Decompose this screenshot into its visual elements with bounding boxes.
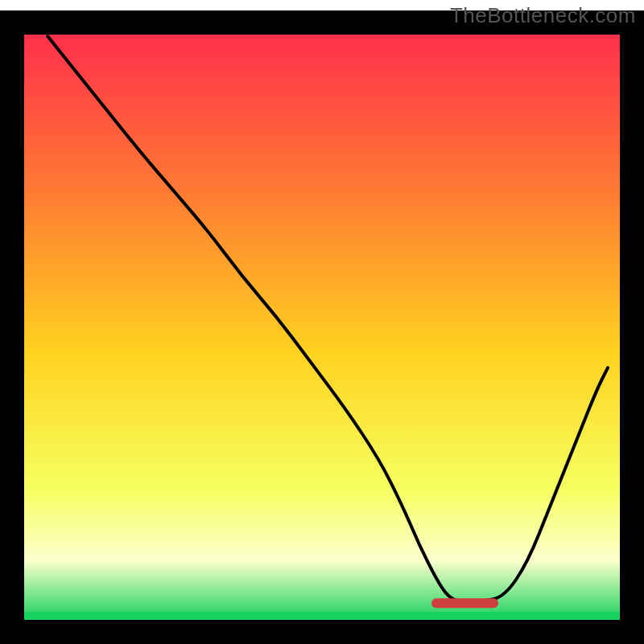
watermark-text: TheBottleneck.com [450,3,636,28]
chart-stage: TheBottleneck.com [0,0,644,644]
green-base-band [24,612,620,620]
gradient-plot-area [24,24,620,620]
chart-svg [0,0,644,644]
